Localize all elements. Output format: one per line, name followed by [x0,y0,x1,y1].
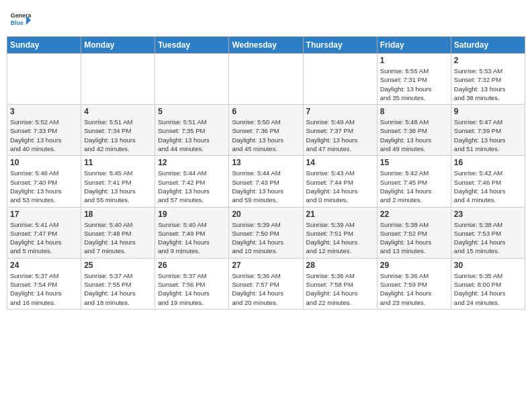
day-number: 9 [454,107,522,116]
day-number: 23 [454,210,522,219]
weekday-saturday: Saturday [451,37,525,54]
day-number: 24 [10,261,78,270]
day-info: Sunrise: 5:44 AMSunset: 7:42 PMDaylight:… [158,169,226,204]
day-info: Sunrise: 5:40 AMSunset: 7:48 PMDaylight:… [84,220,152,256]
day-number: 8 [380,107,448,116]
calendar-cell: 20Sunrise: 5:39 AMSunset: 7:50 PMDayligh… [229,207,303,258]
calendar-cell: 10Sunrise: 5:46 AMSunset: 7:40 PMDayligh… [7,156,81,207]
day-number: 25 [84,261,152,270]
calendar-cell [81,54,155,105]
day-number: 18 [84,210,152,219]
day-number: 30 [454,261,522,270]
weekday-friday: Friday [377,37,451,54]
day-info: Sunrise: 5:52 AMSunset: 7:33 PMDaylight:… [10,118,78,153]
calendar-cell: 7Sunrise: 5:49 AMSunset: 7:37 PMDaylight… [303,105,377,156]
calendar-cell: 29Sunrise: 5:36 AMSunset: 7:59 PMDayligh… [377,258,451,309]
calendar-week-row: 1Sunrise: 5:55 AMSunset: 7:31 PMDaylight… [7,54,525,105]
calendar-cell: 1Sunrise: 5:55 AMSunset: 7:31 PMDaylight… [377,54,451,105]
weekday-monday: Monday [81,37,155,54]
day-info: Sunrise: 5:36 AMSunset: 7:57 PMDaylight:… [232,271,300,307]
calendar-cell: 14Sunrise: 5:43 AMSunset: 7:44 PMDayligh… [303,156,377,207]
day-info: Sunrise: 5:42 AMSunset: 7:46 PMDaylight:… [454,169,522,204]
day-number: 28 [306,261,374,270]
calendar-cell: 19Sunrise: 5:40 AMSunset: 7:49 PMDayligh… [155,207,229,258]
day-number: 21 [306,210,374,219]
calendar-cell: 30Sunrise: 5:35 AMSunset: 8:00 PMDayligh… [451,258,525,309]
day-number: 3 [10,107,78,116]
day-info: Sunrise: 5:37 AMSunset: 7:56 PMDaylight:… [158,271,226,307]
day-info: Sunrise: 5:51 AMSunset: 7:34 PMDaylight:… [84,118,152,153]
day-number: 7 [306,107,374,116]
calendar-cell: 12Sunrise: 5:44 AMSunset: 7:42 PMDayligh… [155,156,229,207]
calendar-cell: 16Sunrise: 5:42 AMSunset: 7:46 PMDayligh… [451,156,525,207]
day-number: 15 [380,158,448,167]
calendar-cell: 3Sunrise: 5:52 AMSunset: 7:33 PMDaylight… [7,105,81,156]
day-number: 26 [158,261,226,270]
day-info: Sunrise: 5:45 AMSunset: 7:41 PMDaylight:… [84,169,152,204]
day-number: 11 [84,158,152,167]
logo: General Blue [9,9,31,31]
calendar-cell [229,54,303,105]
weekday-header-row: SundayMondayTuesdayWednesdayThursdayFrid… [7,37,525,54]
day-number: 6 [232,107,300,116]
day-number: 2 [454,56,522,65]
calendar-cell [303,54,377,105]
calendar-cell: 23Sunrise: 5:38 AMSunset: 7:53 PMDayligh… [451,207,525,258]
day-number: 16 [454,158,522,167]
day-number: 17 [10,210,78,219]
day-info: Sunrise: 5:55 AMSunset: 7:31 PMDaylight:… [380,66,448,102]
day-info: Sunrise: 5:46 AMSunset: 7:40 PMDaylight:… [10,169,78,204]
weekday-sunday: Sunday [7,37,81,54]
weekday-thursday: Thursday [303,37,377,54]
weekday-tuesday: Tuesday [155,37,229,54]
day-info: Sunrise: 5:53 AMSunset: 7:32 PMDaylight:… [454,66,522,102]
day-number: 13 [232,158,300,167]
day-info: Sunrise: 5:39 AMSunset: 7:51 PMDaylight:… [306,220,374,256]
calendar-cell: 15Sunrise: 5:42 AMSunset: 7:45 PMDayligh… [377,156,451,207]
day-info: Sunrise: 5:50 AMSunset: 7:36 PMDaylight:… [232,118,300,153]
calendar-cell: 24Sunrise: 5:37 AMSunset: 7:54 PMDayligh… [7,258,81,309]
calendar-cell: 4Sunrise: 5:51 AMSunset: 7:34 PMDaylight… [81,105,155,156]
calendar-cell: 22Sunrise: 5:38 AMSunset: 7:52 PMDayligh… [377,207,451,258]
day-info: Sunrise: 5:35 AMSunset: 8:00 PMDaylight:… [454,271,522,307]
day-number: 29 [380,261,448,270]
weekday-wednesday: Wednesday [229,37,303,54]
calendar-cell [7,54,81,105]
day-info: Sunrise: 5:48 AMSunset: 7:38 PMDaylight:… [380,118,448,153]
calendar-cell: 5Sunrise: 5:51 AMSunset: 7:35 PMDaylight… [155,105,229,156]
day-number: 14 [306,158,374,167]
calendar-cell [155,54,229,105]
day-number: 20 [232,210,300,219]
calendar-cell: 21Sunrise: 5:39 AMSunset: 7:51 PMDayligh… [303,207,377,258]
calendar-cell: 2Sunrise: 5:53 AMSunset: 7:32 PMDaylight… [451,54,525,105]
day-info: Sunrise: 5:44 AMSunset: 7:43 PMDaylight:… [232,169,300,204]
day-info: Sunrise: 5:38 AMSunset: 7:53 PMDaylight:… [454,220,522,256]
day-info: Sunrise: 5:37 AMSunset: 7:55 PMDaylight:… [84,271,152,307]
day-info: Sunrise: 5:42 AMSunset: 7:45 PMDaylight:… [380,169,448,204]
day-number: 19 [158,210,226,219]
day-info: Sunrise: 5:37 AMSunset: 7:54 PMDaylight:… [10,271,78,307]
calendar-cell: 17Sunrise: 5:41 AMSunset: 7:47 PMDayligh… [7,207,81,258]
day-info: Sunrise: 5:43 AMSunset: 7:44 PMDaylight:… [306,169,374,204]
calendar-cell: 27Sunrise: 5:36 AMSunset: 7:57 PMDayligh… [229,258,303,309]
calendar-cell: 8Sunrise: 5:48 AMSunset: 7:38 PMDaylight… [377,105,451,156]
day-info: Sunrise: 5:40 AMSunset: 7:49 PMDaylight:… [158,220,226,256]
calendar-cell: 11Sunrise: 5:45 AMSunset: 7:41 PMDayligh… [81,156,155,207]
day-info: Sunrise: 5:47 AMSunset: 7:39 PMDaylight:… [454,118,522,153]
day-number: 1 [380,56,448,65]
svg-text:Blue: Blue [11,19,24,26]
day-info: Sunrise: 5:41 AMSunset: 7:47 PMDaylight:… [10,220,78,256]
day-info: Sunrise: 5:51 AMSunset: 7:35 PMDaylight:… [158,118,226,153]
day-info: Sunrise: 5:36 AMSunset: 7:59 PMDaylight:… [380,271,448,307]
calendar-week-row: 17Sunrise: 5:41 AMSunset: 7:47 PMDayligh… [7,207,525,258]
page-header: General Blue [7,7,525,31]
day-number: 22 [380,210,448,219]
day-number: 4 [84,107,152,116]
calendar-cell: 18Sunrise: 5:40 AMSunset: 7:48 PMDayligh… [81,207,155,258]
day-number: 27 [232,261,300,270]
calendar-cell: 26Sunrise: 5:37 AMSunset: 7:56 PMDayligh… [155,258,229,309]
logo-icon: General Blue [9,9,31,31]
calendar-cell: 6Sunrise: 5:50 AMSunset: 7:36 PMDaylight… [229,105,303,156]
calendar-cell: 28Sunrise: 5:36 AMSunset: 7:58 PMDayligh… [303,258,377,309]
calendar-week-row: 10Sunrise: 5:46 AMSunset: 7:40 PMDayligh… [7,156,525,207]
